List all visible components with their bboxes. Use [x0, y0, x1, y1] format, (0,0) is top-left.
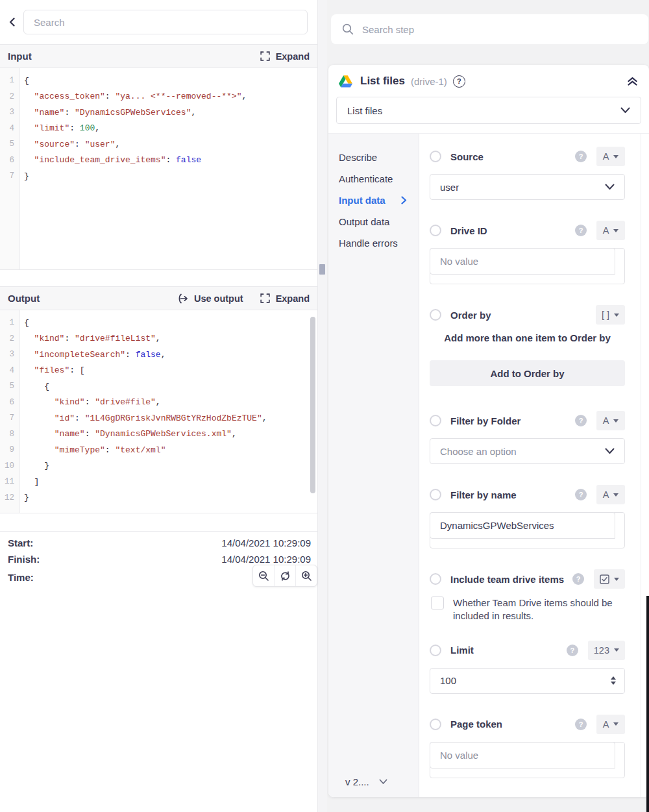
page-token-input[interactable]: No value [430, 742, 615, 769]
nav-item-label: Authenticate [339, 173, 393, 184]
pane-resize-handle[interactable] [319, 264, 325, 275]
output-code-line: 11 ] [0, 474, 317, 490]
page-token-input-value: No value [440, 750, 478, 761]
page-token-input-container[interactable]: No value [430, 742, 625, 778]
limit-connect-radio[interactable] [430, 645, 441, 656]
nav-item-label: Handle errors [339, 238, 398, 249]
filter-by-folder-select[interactable]: Choose an option [430, 438, 625, 464]
line-number: 1 [0, 76, 19, 85]
collapse-panel-button[interactable] [626, 75, 639, 87]
output-code-line: 7 "id": "1L4GgDRGriskJvnRWBGtYRzHodZbEzT… [0, 410, 317, 426]
help-icon[interactable]: ? [567, 645, 578, 656]
code-text: "name": "DynamicsGPWebServices", [19, 108, 196, 117]
refresh-button[interactable] [274, 565, 295, 586]
code-text: "kind": "drive#file", [19, 397, 161, 407]
help-icon[interactable]: ? [575, 489, 587, 500]
filter-by-folder-connect-radio[interactable] [430, 415, 441, 426]
nav-item-label: Output data [339, 216, 389, 227]
output-code-line: 3 "incompleteSearch": false, [0, 347, 317, 363]
double-chevron-up-icon [626, 75, 639, 87]
expand-label: Expand [276, 51, 310, 62]
drive-id-header: Drive ID?A [430, 221, 625, 240]
help-icon[interactable]: ? [575, 151, 587, 162]
input-expand-button[interactable]: Expand [260, 51, 310, 62]
drive-id-connect-radio[interactable] [430, 225, 441, 236]
stepper-up-icon[interactable] [611, 676, 616, 680]
filter-by-folder-type-selector[interactable]: A [596, 411, 625, 430]
order-by-connect-radio[interactable] [430, 309, 441, 321]
version-picker[interactable]: v 2.... [345, 776, 387, 787]
filter-by-name-input[interactable]: DynamicsGPWebServices [430, 512, 615, 539]
include-team-drive-items-type-selector[interactable] [594, 569, 625, 589]
nav-item-authenticate[interactable]: Authenticate [328, 168, 419, 190]
source-type-selector[interactable]: A [596, 147, 625, 166]
page-token-connect-radio[interactable] [430, 719, 441, 730]
help-icon[interactable]: ? [575, 225, 587, 236]
help-icon[interactable]: ? [572, 573, 584, 585]
operation-select[interactable]: List files [336, 97, 641, 124]
zoom-out-button[interactable] [253, 565, 274, 586]
stepper-down-icon[interactable] [611, 682, 616, 685]
nav-item-label: Input data [339, 195, 386, 206]
field-filter-by-name: Filter by name?ADynamicsGPWebServices [430, 485, 625, 548]
line-number: 7 [0, 413, 19, 423]
output-json-viewer: 1{2 "kind": "drive#fileList",3 "incomple… [0, 310, 317, 513]
workflow-debug-screen: Input Expand 1{2 "access_token": "ya... … [0, 0, 649, 812]
log-search-input[interactable] [23, 10, 308, 34]
nav-item-output-data[interactable]: Output data [328, 211, 419, 232]
limit-type-selector[interactable]: 123 [588, 641, 625, 660]
window-scrollbar[interactable] [646, 596, 649, 812]
step-config-pane: List files (drive-1) ? List files Descri… [327, 0, 649, 812]
include-team-drive-items-connect-radio[interactable] [430, 573, 441, 585]
source-connect-radio[interactable] [430, 151, 441, 162]
line-number: 11 [0, 477, 19, 486]
nav-item-input-data[interactable]: Input data [328, 190, 419, 211]
limit-header: Limit?123 [430, 641, 625, 660]
source-select[interactable]: user [430, 174, 625, 200]
filter-by-name-connect-radio[interactable] [430, 489, 441, 500]
help-icon[interactable]: ? [575, 415, 587, 426]
nav-item-handle-errors[interactable]: Handle errors [328, 232, 419, 254]
nav-item-describe[interactable]: Describe [328, 147, 419, 168]
field-label: Filter by name [450, 489, 575, 500]
line-number: 5 [0, 140, 19, 149]
pane-divider [318, 0, 327, 812]
drive-id-input[interactable]: No value [430, 248, 615, 275]
input-data-form: Source?AuserDrive ID?ANo valueOrder by[ … [419, 134, 649, 797]
type-badge-label: [ ] [602, 310, 609, 320]
limit-number-input[interactable]: 100 [430, 668, 625, 694]
time-label: Time: [8, 572, 34, 583]
step-search-input[interactable] [362, 24, 637, 35]
add-to-order-by-button[interactable]: Add to Order by [430, 360, 625, 386]
start-value: 14/04/2021 10:29:09 [221, 537, 311, 548]
field-label: Limit [450, 645, 567, 656]
limit-stepper[interactable] [611, 676, 616, 685]
type-badge-label: A [603, 225, 609, 236]
expand-icon [260, 293, 270, 303]
use-output-label: Use output [194, 293, 243, 304]
chevron-right-icon [401, 196, 407, 204]
include-team-drive-items-checkbox[interactable] [431, 597, 444, 609]
order-by-type-selector[interactable]: [ ] [596, 305, 625, 325]
step-id: (drive-1) [411, 76, 447, 87]
zoom-in-button[interactable] [295, 565, 317, 586]
drive-id-input-value: No value [440, 256, 478, 267]
filter-by-name-type-selector[interactable]: A [596, 485, 625, 504]
output-code-line: 1{ [0, 315, 317, 331]
step-help-icon[interactable]: ? [453, 75, 465, 88]
drive-id-input-container[interactable]: No value [430, 248, 625, 284]
back-button[interactable] [1, 11, 23, 33]
output-expand-button[interactable]: Expand [260, 293, 310, 304]
include-team-drive-items-description: Whether Team Drive items should be inclu… [453, 597, 625, 622]
execution-meta: Start: 14/04/2021 10:29:09 Finish: 14/04… [0, 531, 317, 586]
page-token-type-selector[interactable]: A [596, 715, 625, 734]
output-panel-header: Output Use output Expand [0, 286, 317, 310]
drive-id-type-selector[interactable]: A [596, 221, 625, 240]
type-badge-label: A [603, 719, 609, 730]
search-icon [342, 23, 354, 35]
output-scrollbar-thumb[interactable] [310, 317, 315, 493]
help-icon[interactable]: ? [575, 719, 587, 730]
nav-item-label: Describe [339, 152, 377, 163]
use-output-button[interactable]: Use output [177, 293, 243, 304]
filter-by-name-input-container[interactable]: DynamicsGPWebServices [430, 512, 625, 548]
